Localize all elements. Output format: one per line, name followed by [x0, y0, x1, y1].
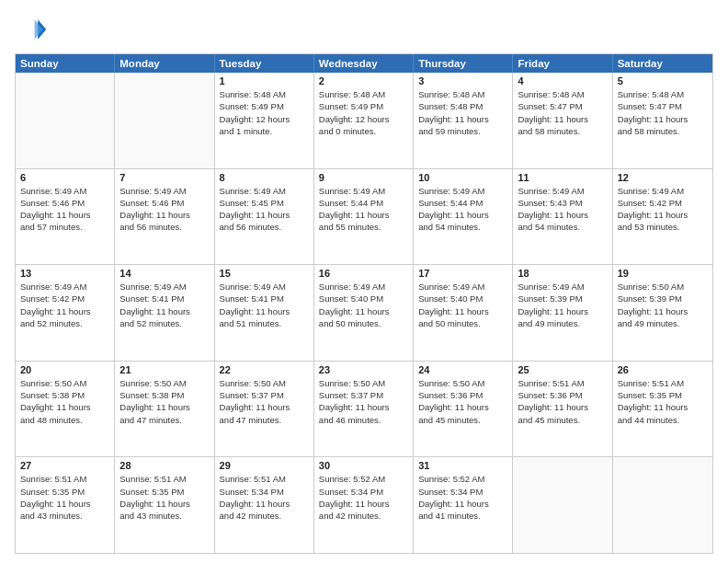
cell-line: Sunset: 5:44 PM	[319, 197, 408, 209]
day-number: 12	[618, 172, 708, 183]
cell-line: and 46 minutes.	[319, 414, 408, 426]
header-day-saturday: Saturday	[613, 54, 712, 73]
cell-line: Sunrise: 5:49 AM	[220, 185, 309, 197]
cell-line: Daylight: 11 hours	[220, 401, 309, 413]
cell-line: Daylight: 11 hours	[319, 401, 408, 413]
calendar-cell: 10Sunrise: 5:49 AMSunset: 5:44 PMDayligh…	[414, 169, 513, 265]
day-number: 17	[418, 268, 507, 279]
cell-line: Daylight: 11 hours	[418, 401, 507, 413]
day-number: 1	[220, 75, 309, 86]
cell-line: and 1 minute.	[220, 125, 309, 137]
calendar-cell: 16Sunrise: 5:49 AMSunset: 5:40 PMDayligh…	[314, 265, 414, 361]
day-number: 27	[20, 460, 109, 471]
day-number: 16	[319, 268, 408, 279]
calendar-cell: 18Sunrise: 5:49 AMSunset: 5:39 PMDayligh…	[513, 265, 612, 361]
day-number: 9	[319, 172, 408, 183]
cell-line: Sunrise: 5:52 AM	[418, 473, 507, 485]
calendar-cell: 23Sunrise: 5:50 AMSunset: 5:37 PMDayligh…	[314, 362, 414, 457]
cell-line: Sunrise: 5:50 AM	[220, 377, 309, 389]
calendar-cell: 13Sunrise: 5:49 AMSunset: 5:42 PMDayligh…	[16, 265, 115, 361]
calendar-cell: 22Sunrise: 5:50 AMSunset: 5:37 PMDayligh…	[215, 362, 314, 457]
calendar-cell: 4Sunrise: 5:48 AMSunset: 5:47 PMDaylight…	[513, 73, 612, 168]
cell-line: and 50 minutes.	[418, 317, 507, 329]
calendar-row-4: 20Sunrise: 5:50 AMSunset: 5:38 PMDayligh…	[16, 361, 712, 457]
calendar-row-3: 13Sunrise: 5:49 AMSunset: 5:42 PMDayligh…	[16, 264, 712, 361]
header-day-friday: Friday	[513, 54, 612, 73]
cell-line: Sunrise: 5:49 AM	[20, 185, 109, 197]
cell-line: Sunset: 5:38 PM	[20, 389, 109, 401]
cell-line: and 58 minutes.	[618, 125, 708, 137]
cell-line: and 45 minutes.	[518, 414, 607, 426]
cell-line: Sunrise: 5:49 AM	[119, 185, 209, 197]
calendar-cell: 17Sunrise: 5:49 AMSunset: 5:40 PMDayligh…	[414, 265, 513, 361]
cell-line: Sunset: 5:39 PM	[518, 293, 607, 304]
cell-line: and 47 minutes.	[119, 414, 209, 426]
cell-line: Sunrise: 5:48 AM	[220, 88, 309, 100]
calendar-cell: 9Sunrise: 5:49 AMSunset: 5:44 PMDaylight…	[314, 169, 414, 265]
calendar-cell: 30Sunrise: 5:52 AMSunset: 5:34 PMDayligh…	[314, 457, 414, 553]
cell-line: Sunrise: 5:49 AM	[518, 281, 607, 293]
calendar-cell: 26Sunrise: 5:51 AMSunset: 5:35 PMDayligh…	[613, 362, 712, 457]
cell-line: Sunset: 5:44 PM	[418, 197, 507, 209]
day-number: 2	[319, 75, 408, 86]
calendar-cell: 1Sunrise: 5:48 AMSunset: 5:49 PMDaylight…	[215, 73, 314, 168]
day-number: 6	[20, 172, 109, 183]
cell-line: and 52 minutes.	[119, 317, 209, 329]
cell-line: and 44 minutes.	[618, 414, 708, 426]
cell-line: Sunset: 5:39 PM	[618, 293, 708, 304]
calendar-cell	[16, 73, 115, 168]
header-day-tuesday: Tuesday	[215, 54, 314, 73]
cell-line: Sunrise: 5:48 AM	[319, 88, 408, 100]
cell-line: and 47 minutes.	[220, 414, 309, 426]
cell-line: and 57 minutes.	[20, 221, 109, 233]
day-number: 26	[618, 364, 708, 375]
calendar-cell: 5Sunrise: 5:48 AMSunset: 5:47 PMDaylight…	[613, 73, 712, 168]
day-number: 15	[220, 268, 309, 279]
cell-line: Sunrise: 5:52 AM	[319, 473, 408, 485]
calendar-cell: 25Sunrise: 5:51 AMSunset: 5:36 PMDayligh…	[513, 362, 612, 457]
cell-line: Sunrise: 5:50 AM	[119, 377, 209, 389]
cell-line: Daylight: 11 hours	[319, 305, 408, 317]
cell-line: Sunrise: 5:49 AM	[319, 185, 408, 197]
calendar-cell: 20Sunrise: 5:50 AMSunset: 5:38 PMDayligh…	[16, 362, 115, 457]
day-number: 7	[119, 172, 209, 183]
cell-line: and 53 minutes.	[618, 221, 708, 233]
cell-line: and 54 minutes.	[518, 221, 607, 233]
day-number: 11	[518, 172, 607, 183]
calendar-cell: 28Sunrise: 5:51 AMSunset: 5:35 PMDayligh…	[115, 457, 214, 553]
cell-line: Sunset: 5:42 PM	[618, 197, 708, 209]
calendar-cell: 3Sunrise: 5:48 AMSunset: 5:48 PMDaylight…	[414, 73, 513, 168]
cell-line: Sunset: 5:36 PM	[418, 389, 507, 401]
cell-line: Sunset: 5:41 PM	[220, 293, 309, 304]
calendar-cell: 24Sunrise: 5:50 AMSunset: 5:36 PMDayligh…	[414, 362, 513, 457]
cell-line: Daylight: 11 hours	[20, 401, 109, 413]
cell-line: and 0 minutes.	[319, 125, 408, 137]
cell-line: Sunset: 5:46 PM	[119, 197, 209, 209]
cell-line: and 54 minutes.	[418, 221, 507, 233]
day-number: 31	[418, 460, 507, 471]
calendar-cell: 7Sunrise: 5:49 AMSunset: 5:46 PMDaylight…	[115, 169, 214, 265]
cell-line: Sunset: 5:42 PM	[20, 293, 109, 304]
cell-line: Daylight: 11 hours	[518, 209, 607, 221]
cell-line: Sunrise: 5:50 AM	[418, 377, 507, 389]
calendar-cell	[115, 73, 214, 168]
cell-line: and 52 minutes.	[20, 317, 109, 329]
cell-line: Daylight: 11 hours	[618, 209, 708, 221]
calendar-cell: 8Sunrise: 5:49 AMSunset: 5:45 PMDaylight…	[215, 169, 314, 265]
header-day-sunday: Sunday	[16, 54, 115, 73]
calendar-cell: 31Sunrise: 5:52 AMSunset: 5:34 PMDayligh…	[414, 457, 513, 553]
cell-line: Sunset: 5:43 PM	[518, 197, 607, 209]
calendar-header: SundayMondayTuesdayWednesdayThursdayFrid…	[16, 54, 712, 73]
calendar-cell: 12Sunrise: 5:49 AMSunset: 5:42 PMDayligh…	[613, 169, 712, 265]
cell-line: Daylight: 11 hours	[119, 209, 209, 221]
day-number: 29	[220, 460, 309, 471]
day-number: 30	[319, 460, 408, 471]
cell-line: Sunset: 5:38 PM	[119, 389, 209, 401]
cell-line: Sunrise: 5:51 AM	[20, 473, 109, 485]
cell-line: Sunset: 5:34 PM	[418, 486, 507, 498]
day-number: 3	[418, 75, 507, 86]
cell-line: and 45 minutes.	[418, 414, 507, 426]
cell-line: and 43 minutes.	[119, 510, 209, 522]
cell-line: Sunrise: 5:49 AM	[20, 281, 109, 293]
cell-line: Daylight: 11 hours	[220, 305, 309, 317]
